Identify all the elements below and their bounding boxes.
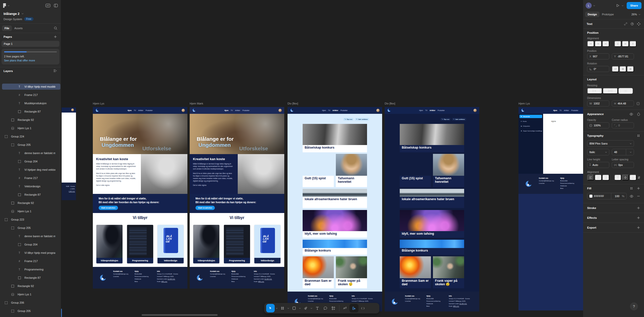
- missing-fonts-icon[interactable]: A?: [46, 4, 50, 7]
- toggle-panel-icon[interactable]: [54, 4, 58, 7]
- canvas[interactable]: 42d8 - Gneisse 2025,C BY 4.0.Hjem LysHje…: [0, 0, 644, 317]
- actions-tool-button[interactable]: [330, 304, 337, 312]
- offer-card[interactable]: Videoproduksjon: [96, 225, 123, 263]
- offer-card[interactable]: BLÅLANGEVektordesign: [254, 225, 280, 263]
- align-right-icon[interactable]: [602, 41, 609, 47]
- collapse-layers-icon[interactable]: [53, 69, 57, 73]
- layer-row[interactable]: Rectangle 87: [0, 109, 61, 115]
- layer-row[interactable]: TVi tilbyr hjelp med programmering: [0, 250, 61, 256]
- layer-row[interactable]: Tdenne baren er faktiskt mening: [0, 150, 61, 156]
- frame-tool-button[interactable]: [279, 304, 286, 312]
- present-chevron-icon[interactable]: [622, 5, 624, 6]
- pen-tool-button[interactable]: [302, 304, 309, 312]
- layer-row[interactable]: #Frame 217: [0, 258, 61, 264]
- figma-logo-icon[interactable]: [3, 3, 10, 8]
- blend-droplet-icon[interactable]: [637, 112, 640, 116]
- page-item[interactable]: Page 1: [2, 41, 59, 47]
- settings-menu-item[interactable]: ⚙Super hemmelige innstillinger: [519, 129, 542, 132]
- copy-link-icon[interactable]: [624, 22, 627, 26]
- font-size-field[interactable]: 48: [612, 149, 634, 155]
- move-tool-button[interactable]: [266, 304, 275, 312]
- frame-hjem-mork[interactable]: HjemTVArtiklerProdukterBlålange er forUn…: [190, 107, 284, 289]
- tab-design[interactable]: Design: [585, 12, 599, 17]
- layer-row[interactable]: TVektordesign: [0, 183, 61, 189]
- layer-row[interactable]: Rectangle 92: [0, 117, 61, 123]
- fill-visibility-eye-icon[interactable]: [630, 195, 633, 198]
- resize-fill-icon[interactable]: [618, 88, 633, 94]
- code-tool-button[interactable]: [359, 304, 367, 312]
- frame-label[interactable]: Hjem Lys: [93, 102, 104, 105]
- constrain-proportions-icon[interactable]: [636, 102, 640, 105]
- search-articles-button[interactable]: Søk i artiklene: [355, 118, 369, 121]
- font-family-select[interactable]: IBM Plex Sans: [587, 140, 634, 147]
- text-align-top-icon[interactable]: [614, 174, 621, 181]
- text-tool-button[interactable]: [313, 304, 321, 312]
- text-align-bottom-icon[interactable]: [629, 174, 636, 181]
- text-align-left-icon[interactable]: [587, 174, 594, 181]
- frame-label[interactable]: Div [flex]: [385, 102, 395, 105]
- tab-prototype[interactable]: Prototype: [599, 12, 616, 17]
- file-menu-chevron-icon[interactable]: [22, 13, 24, 14]
- width-field[interactable]: W1002: [587, 100, 609, 107]
- opacity-field[interactable]: 100%: [587, 122, 609, 128]
- tab-assets[interactable]: Assets: [12, 25, 25, 31]
- add-export-icon[interactable]: [637, 226, 640, 229]
- frame-label[interactable]: Hjem Mørk: [190, 102, 203, 105]
- letter-spacing-field[interactable]: |A| 0px: [612, 162, 634, 168]
- sidebar-scrollbar-thumb[interactable]: [61, 309, 62, 317]
- support-cta-button[interactable]: Støtt kreativiten: [99, 206, 118, 210]
- layer-row[interactable]: TVi hjelper deg med vektordesign: [0, 167, 61, 173]
- tips-oss-button[interactable]: Tips oss: [440, 118, 451, 121]
- present-icon[interactable]: [616, 4, 620, 7]
- layer-row[interactable]: Group 205: [0, 142, 61, 148]
- layer-row[interactable]: Hjem Lys 1: [0, 208, 61, 214]
- corner-radius-field[interactable]: 0: [612, 122, 634, 128]
- text-align-center-icon[interactable]: [595, 174, 602, 181]
- height-field[interactable]: H464.48: [612, 100, 634, 107]
- help-button[interactable]: ?: [630, 302, 638, 310]
- settings-menu-item[interactable]: AKonto: [519, 120, 542, 123]
- align-top-icon[interactable]: [614, 41, 621, 47]
- layer-row[interactable]: Group 205: [0, 308, 61, 314]
- add-fill-icon[interactable]: [637, 187, 640, 190]
- layer-row[interactable]: TMusikkproduksjon: [0, 100, 61, 106]
- share-button[interactable]: Share: [627, 2, 641, 9]
- layer-row[interactable]: Rectangle 92: [0, 200, 61, 206]
- fill-opacity-value[interactable]: 100: [615, 195, 619, 198]
- visibility-eye-icon[interactable]: [629, 113, 633, 116]
- tips-oss-button[interactable]: Tips oss: [343, 118, 353, 121]
- flip-vertical-icon[interactable]: [627, 66, 634, 72]
- remove-fill-icon[interactable]: [637, 195, 640, 198]
- layer-row[interactable]: Group 223: [0, 217, 61, 223]
- add-page-icon[interactable]: [54, 35, 57, 38]
- line-height-field[interactable]: A Auto: [587, 162, 609, 168]
- file-name[interactable]: blålange 2: [4, 12, 20, 16]
- zoom-chevron-icon[interactable]: [638, 14, 640, 15]
- add-effect-icon[interactable]: [637, 216, 640, 219]
- pen-tool-chevron-icon[interactable]: [310, 304, 313, 312]
- search-articles-button[interactable]: Søk i artiklene: [452, 118, 466, 121]
- layer-row[interactable]: Rectangle 87: [0, 192, 61, 198]
- offer-card[interactable]: Programmering: [224, 225, 250, 263]
- type-settings-icon[interactable]: [637, 176, 640, 179]
- layer-row[interactable]: Group 205: [0, 225, 61, 231]
- layer-row[interactable]: Rectangle 87: [0, 275, 61, 281]
- fill-styles-icon[interactable]: [630, 187, 633, 190]
- layer-row[interactable]: Tdenne baren er faktiskt mening: [0, 233, 61, 239]
- rotation-field[interactable]: 0°: [587, 66, 609, 72]
- layer-row[interactable]: Group 204: [0, 241, 61, 248]
- align-v-center-icon[interactable]: [622, 41, 629, 47]
- align-bottom-icon[interactable]: [629, 41, 636, 47]
- zoom-level[interactable]: 26%: [631, 13, 637, 16]
- rotate-icon[interactable]: [612, 66, 619, 72]
- layer-row[interactable]: Group 206: [0, 300, 61, 306]
- text-styles-icon[interactable]: [637, 134, 640, 137]
- canvas-horizontal-scrollbar[interactable]: [142, 314, 218, 316]
- fill-color-field[interactable]: FFFFFF 100 %: [587, 193, 627, 199]
- frame-label[interactable]: Hjem Lys: [518, 102, 530, 105]
- shape-tool-chevron-icon[interactable]: [298, 304, 301, 312]
- layer-row[interactable]: TVi tilbyr hjelp med musikkproduksjon: [0, 84, 61, 90]
- layer-row[interactable]: #Frame 217: [0, 92, 61, 98]
- y-position-field[interactable]: Y-8577.81: [612, 53, 634, 59]
- shape-tool-button[interactable]: [290, 304, 298, 312]
